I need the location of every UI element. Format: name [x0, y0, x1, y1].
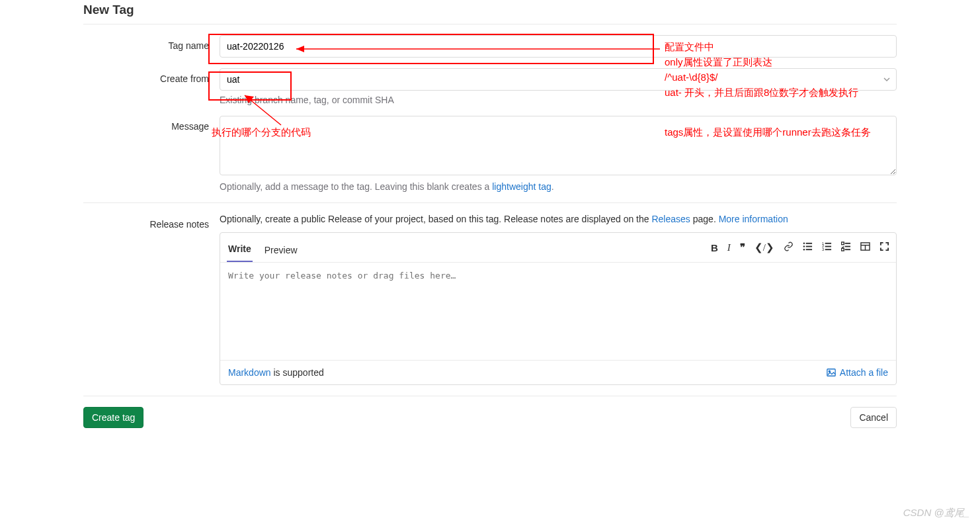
create-from-input[interactable] — [220, 68, 897, 91]
editor-tabs: Write Preview — [227, 233, 299, 262]
row-release-notes: Release notes Optionally, create a publi… — [83, 214, 897, 385]
separator — [83, 202, 897, 203]
link-icon[interactable] — [784, 241, 794, 253]
message-help-pre: Optionally, add a message to the tag. Le… — [220, 181, 492, 192]
svg-rect-9 — [825, 243, 831, 244]
lightweight-tag-link[interactable]: lightweight tag — [492, 181, 551, 192]
create-from-wrapper — [220, 68, 897, 91]
more-info-link[interactable]: More information — [719, 214, 788, 224]
attach-file-label: Attach a file — [840, 367, 888, 378]
task-list-icon[interactable] — [841, 241, 851, 253]
svg-rect-10 — [825, 246, 831, 247]
tab-write[interactable]: Write — [227, 236, 253, 262]
italic-icon[interactable]: I — [727, 242, 731, 253]
svg-rect-4 — [806, 246, 812, 247]
code-icon[interactable]: ❮/❯ — [755, 241, 774, 253]
release-desc-pre: Optionally, create a public Release of y… — [220, 214, 651, 224]
message-help: Optionally, add a message to the tag. Le… — [220, 181, 897, 192]
create-from-help: Existing branch name, tag, or commit SHA — [220, 95, 897, 105]
svg-text:3: 3 — [822, 247, 824, 251]
page-container: New Tag Tag name Create from Existing br… — [73, 3, 907, 455]
bullet-list-icon[interactable] — [803, 241, 813, 253]
editor-toolbar: B I ❞ ❮/❯ 123 — [711, 241, 889, 253]
tab-preview[interactable]: Preview — [263, 237, 299, 262]
release-description: Optionally, create a public Release of y… — [220, 214, 897, 224]
field-create-from: Existing branch name, tag, or commit SHA — [220, 68, 897, 105]
markdown-text: is supported — [271, 367, 324, 378]
page-title: New Tag — [83, 3, 897, 17]
label-tag-name: Tag name — [83, 35, 220, 58]
release-notes-textarea[interactable] — [227, 269, 892, 351]
releases-link[interactable]: Releases — [651, 214, 690, 224]
svg-rect-11 — [825, 249, 831, 250]
svg-point-2 — [803, 249, 805, 250]
markdown-support: Markdown is supported — [228, 367, 324, 378]
table-icon[interactable] — [860, 241, 870, 253]
row-tag-name: Tag name — [83, 35, 897, 58]
row-create-from: Create from Existing branch name, tag, o… — [83, 68, 897, 105]
markdown-editor: Write Preview B I ❞ ❮/❯ 123 — [220, 232, 897, 385]
image-icon — [827, 368, 836, 377]
editor-body — [220, 263, 896, 360]
field-tag-name — [220, 35, 897, 58]
quote-icon[interactable]: ❞ — [740, 241, 745, 253]
svg-rect-12 — [841, 242, 844, 245]
label-message: Message — [83, 116, 220, 192]
row-message: Message Optionally, add a message to the… — [83, 116, 897, 192]
message-textarea[interactable] — [220, 116, 897, 175]
svg-point-21 — [829, 371, 830, 372]
form-actions: Create tag Cancel — [83, 396, 897, 455]
cancel-button[interactable]: Cancel — [850, 407, 897, 428]
fullscreen-icon[interactable] — [879, 241, 889, 253]
svg-rect-5 — [806, 249, 812, 250]
tag-name-input[interactable] — [220, 35, 897, 58]
separator — [83, 24, 897, 24]
release-desc-mid: page. — [690, 214, 719, 224]
message-help-post: . — [551, 181, 554, 192]
svg-rect-13 — [841, 248, 844, 251]
field-release-notes: Optionally, create a public Release of y… — [220, 214, 897, 385]
svg-point-1 — [803, 245, 805, 247]
new-tag-form: Tag name Create from Existing branch nam… — [83, 35, 897, 455]
numbered-list-icon[interactable]: 123 — [822, 241, 832, 253]
editor-header: Write Preview B I ❞ ❮/❯ 123 — [220, 233, 896, 263]
field-message: Optionally, add a message to the tag. Le… — [220, 116, 897, 192]
label-create-from: Create from — [83, 68, 220, 105]
svg-rect-3 — [806, 243, 812, 244]
attach-file-button[interactable]: Attach a file — [827, 367, 888, 378]
markdown-link[interactable]: Markdown — [228, 367, 271, 378]
label-release-notes: Release notes — [83, 214, 220, 385]
editor-footer: Markdown is supported Attach a file — [220, 360, 896, 384]
bold-icon[interactable]: B — [711, 242, 718, 253]
create-tag-button[interactable]: Create tag — [83, 407, 143, 428]
svg-point-0 — [803, 243, 805, 244]
